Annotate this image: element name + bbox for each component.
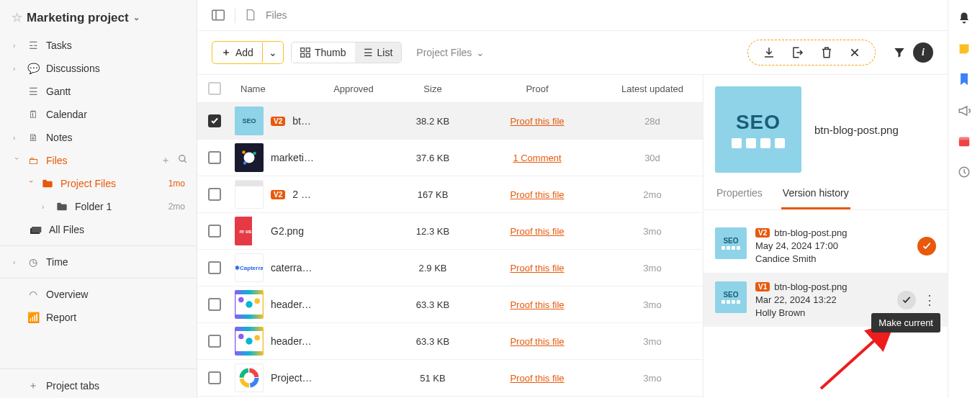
col-updated[interactable]: Latest updated — [602, 83, 703, 94]
table-row[interactable]: marketing-strategy.p…37.6 KB1 Comment30d — [197, 140, 703, 176]
sidebar-label: Gantt — [46, 86, 71, 97]
col-size[interactable]: Size — [393, 83, 472, 94]
folder-selector[interactable]: Project Files ⌄ — [409, 42, 492, 63]
tab-version-history[interactable]: Version history — [781, 187, 850, 209]
megaphone-icon[interactable] — [958, 105, 971, 117]
sidebar-item-discussions[interactable]: › 💬 Discussions — [0, 57, 197, 80]
col-name[interactable]: Name — [232, 83, 314, 94]
row-checkbox[interactable] — [208, 151, 221, 164]
version-badge: V1 — [755, 282, 770, 291]
cell-proof[interactable]: Proof this file — [472, 299, 602, 310]
table-row[interactable]: header.png63.3 KBProof this file3mo — [197, 286, 703, 323]
table-row[interactable]: V22 (1).png167 KBProof this file2mo — [197, 176, 703, 213]
row-checkbox[interactable] — [208, 261, 221, 274]
view-thumb-button[interactable]: Thumb — [292, 42, 355, 63]
chevron-right-icon: › — [13, 65, 20, 73]
table-row[interactable]: ✱Capterracaterra.png2.9 KBProof this fil… — [197, 250, 703, 286]
version-date: Mar 22, 2024 13:22 — [755, 294, 889, 305]
filter-icon[interactable] — [893, 46, 906, 59]
cell-proof[interactable]: Proof this file — [472, 336, 602, 347]
col-proof[interactable]: Proof — [472, 83, 602, 94]
files-icon: 🗀 — [27, 155, 39, 166]
row-checkbox[interactable] — [208, 188, 221, 201]
sidebar-item-time[interactable]: › ◷ Time — [0, 250, 197, 273]
file-name: caterra.png — [271, 262, 314, 273]
sidebar-item-files[interactable]: › 🗀 Files — [0, 149, 161, 172]
sidebar-item-folder1[interactable]: › Folder 1 2mo — [0, 195, 197, 218]
table-row[interactable]: header.png63.3 KBProof this file3mo — [197, 323, 703, 360]
make-current-tooltip: Make current — [871, 313, 940, 333]
add-folder-icon[interactable]: ＋ — [161, 154, 171, 167]
move-icon[interactable] — [791, 46, 804, 59]
info-button[interactable]: i — [913, 42, 933, 63]
detail-thumbnail[interactable]: SEO — [715, 86, 801, 173]
table-row[interactable]: re us onG2.png12.3 KBProof this file3mo — [197, 213, 703, 250]
cell-proof[interactable]: Proof this file — [472, 373, 602, 384]
project-selector[interactable]: ☆ Marketing project ⌄ — [0, 0, 197, 34]
bookmark-icon[interactable] — [959, 73, 969, 86]
trash-icon[interactable] — [820, 46, 833, 59]
svg-point-16 — [246, 301, 252, 307]
svg-point-10 — [244, 153, 255, 163]
row-checkbox[interactable] — [208, 371, 221, 384]
right-dock — [948, 0, 980, 398]
sidebar-item-project-files[interactable]: › Project Files 1mo — [0, 172, 197, 195]
search-icon[interactable] — [178, 154, 188, 167]
cell-proof[interactable]: Proof this file — [472, 226, 602, 237]
table-row[interactable]: Project-Management…51 KBProof this file3… — [197, 360, 703, 397]
sidebar-item-notes[interactable]: › 🗎 Notes — [0, 126, 197, 149]
calendar-dock-icon[interactable] — [958, 135, 970, 147]
file-thumbnail — [235, 327, 264, 356]
bell-icon[interactable] — [958, 12, 971, 24]
version-menu-button[interactable]: ⋮ — [923, 292, 936, 308]
cell-size: 38.2 KB — [393, 116, 472, 127]
sidebar-item-tasks[interactable]: › ☲ Tasks — [0, 34, 197, 57]
cell-proof[interactable]: Proof this file — [472, 189, 602, 200]
sidebar-item-project-tabs[interactable]: › ＋ Project tabs — [0, 374, 197, 398]
row-checkbox[interactable] — [208, 298, 221, 311]
row-checkbox[interactable] — [208, 114, 221, 127]
notes-icon: 🗎 — [27, 132, 39, 143]
add-button[interactable]: ＋ Add ⌄ — [212, 41, 284, 64]
sidebar-item-report[interactable]: › 📶 Report — [0, 306, 197, 329]
sidebar-item-overview[interactable]: › ◠ Overview — [0, 283, 197, 306]
chevron-down-icon: › — [13, 157, 21, 164]
sidebar-label: Project Files — [60, 178, 116, 189]
table-row[interactable]: SEOV2btn-blog-post.png38.2 KBProof this … — [197, 103, 703, 140]
sidebar-item-calendar[interactable]: › 🗓 Calendar — [0, 103, 197, 126]
view-list-button[interactable]: ☰ List — [355, 42, 402, 63]
add-dropdown[interactable]: ⌄ — [262, 42, 283, 63]
version-row[interactable]: SEOV1btn-blog-post.pngMar 22, 2024 13:22… — [703, 273, 948, 327]
files-table: Name Approved Size Proof Latest updated … — [197, 75, 703, 398]
file-thumbnail — [235, 290, 264, 319]
svg-point-20 — [246, 338, 252, 344]
cell-updated: 3mo — [602, 336, 703, 347]
cell-size: 12.3 KB — [393, 226, 472, 237]
tab-properties[interactable]: Properties — [715, 187, 764, 209]
panel-toggle-icon[interactable] — [212, 9, 225, 21]
version-badge: V2 — [755, 228, 770, 238]
file-name: btn-blog-post.png — [292, 115, 314, 127]
version-list: SEOV2btn-blog-post.pngMay 24, 2024 17:00… — [703, 210, 948, 335]
cell-proof[interactable]: Proof this file — [472, 263, 602, 273]
select-all-checkbox[interactable] — [208, 82, 221, 95]
clock-dock-icon[interactable] — [958, 166, 971, 178]
sidebar-item-gantt[interactable]: › ☰ Gantt — [0, 80, 197, 103]
note-icon[interactable] — [958, 43, 970, 55]
version-row[interactable]: SEOV2btn-blog-post.pngMay 24, 2024 17:00… — [703, 219, 948, 273]
svg-point-19 — [238, 334, 243, 339]
cell-size: 63.3 KB — [393, 299, 472, 310]
make-current-button[interactable] — [897, 291, 916, 309]
cell-proof[interactable]: 1 Comment — [472, 153, 602, 163]
sidebar-item-all-files[interactable]: › All Files — [0, 218, 197, 241]
download-icon[interactable] — [763, 46, 776, 59]
sidebar-label: Time — [46, 256, 68, 268]
version-thumbnail: SEO — [715, 227, 747, 259]
sidebar: ☆ Marketing project ⌄ › ☲ Tasks › 💬 Disc… — [0, 0, 197, 398]
col-approved[interactable]: Approved — [314, 83, 393, 94]
row-checkbox[interactable] — [208, 225, 221, 238]
version-badge: V2 — [271, 190, 285, 199]
row-checkbox[interactable] — [208, 335, 221, 348]
cell-proof[interactable]: Proof this file — [472, 116, 602, 127]
close-icon[interactable] — [849, 47, 860, 58]
